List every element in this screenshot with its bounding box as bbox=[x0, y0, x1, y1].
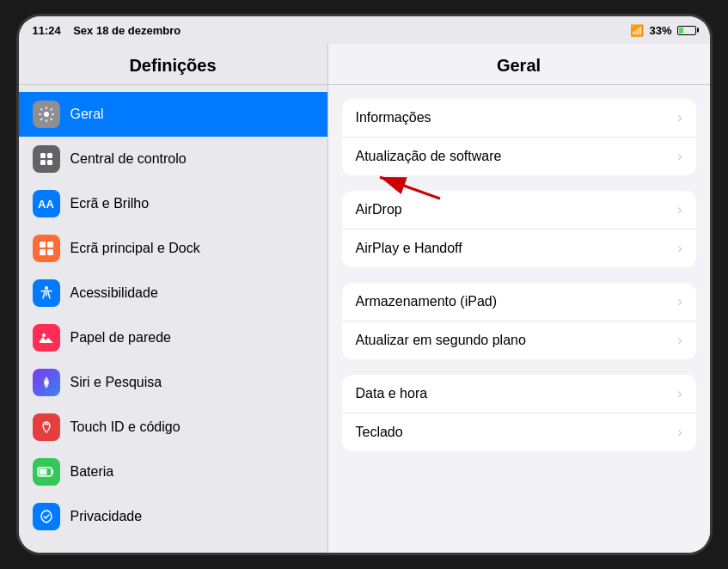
svg-point-0 bbox=[44, 112, 49, 117]
row-airplay[interactable]: AirPlay e Handoff › bbox=[342, 229, 696, 267]
battery-fill bbox=[679, 28, 684, 34]
row-atualizar-plano-label: Atualizar em segundo plano bbox=[356, 333, 526, 348]
svg-rect-8 bbox=[47, 249, 53, 255]
row-airdrop[interactable]: AirDrop › bbox=[342, 191, 696, 229]
svg-rect-6 bbox=[47, 242, 53, 248]
svg-rect-2 bbox=[47, 153, 52, 158]
sidebar-item-label-geral: Geral bbox=[70, 107, 104, 122]
status-bar: 11:24 Sex 18 de dezembro 📶 33% bbox=[19, 16, 710, 44]
sidebar-item-central-controlo[interactable]: Central de controlo bbox=[19, 137, 327, 181]
svg-rect-1 bbox=[40, 153, 46, 158]
row-airdrop-label: AirDrop bbox=[356, 202, 402, 217]
row-data-hora-label: Data e hora bbox=[356, 386, 428, 401]
svg-rect-4 bbox=[47, 160, 52, 165]
main-header: Geral bbox=[328, 44, 710, 85]
sidebar: Definições Geral bbox=[19, 44, 328, 553]
row-atualizar-plano[interactable]: Atualizar em segundo plano › bbox=[342, 321, 696, 359]
settings-group-1: Informações › Atualização de software › bbox=[342, 99, 696, 175]
svg-point-9 bbox=[45, 286, 48, 290]
svg-rect-5 bbox=[40, 242, 46, 248]
content-area: Definições Geral bbox=[19, 44, 710, 553]
main-content: Informações › Atualização de software › … bbox=[328, 85, 710, 553]
row-armazenamento-chevron: › bbox=[677, 294, 682, 309]
row-informacoes-label: Informações bbox=[356, 110, 431, 125]
sidebar-item-bateria[interactable]: Bateria bbox=[19, 450, 327, 494]
battery-percent: 33% bbox=[649, 24, 671, 37]
row-atualizacao-chevron: › bbox=[677, 149, 682, 164]
sidebar-item-ecra-dock[interactable]: Ecrã principal e Dock bbox=[19, 226, 327, 271]
sidebar-item-label-touch-id: Touch ID e código bbox=[70, 419, 180, 435]
svg-rect-13 bbox=[52, 470, 53, 474]
sidebar-item-ecra-brilho[interactable]: AA Ecrã e Brilho bbox=[19, 181, 327, 226]
sidebar-header: Definições bbox=[19, 44, 327, 85]
svg-rect-14 bbox=[39, 469, 46, 475]
row-informacoes-chevron: › bbox=[677, 110, 682, 125]
sidebar-list: Geral Central de controlo bbox=[19, 85, 327, 553]
row-atualizacao-label: Atualização de software bbox=[356, 149, 502, 164]
sidebar-item-label-siri: Siri e Pesquisa bbox=[70, 375, 162, 390]
sidebar-item-label-acessibilidade: Acessibilidade bbox=[70, 285, 158, 301]
row-data-hora-chevron: › bbox=[677, 386, 682, 401]
svg-rect-3 bbox=[40, 160, 46, 165]
sidebar-item-touch-id[interactable]: Touch ID e código bbox=[19, 405, 327, 450]
sidebar-item-label-ecra-dock: Ecrã principal e Dock bbox=[70, 241, 200, 256]
sidebar-item-geral[interactable]: Geral bbox=[19, 92, 327, 137]
main-title: Geral bbox=[342, 56, 696, 76]
battery-icon bbox=[677, 26, 696, 35]
ecra-dock-icon bbox=[33, 235, 60, 262]
bateria-icon bbox=[33, 458, 60, 486]
screen: 11:24 Sex 18 de dezembro 📶 33% Definiçõe… bbox=[19, 16, 710, 553]
touch-id-icon bbox=[33, 413, 60, 441]
main-panel: Geral Informações › Atualização de softw… bbox=[328, 44, 710, 553]
svg-point-10 bbox=[42, 333, 46, 337]
row-airplay-label: AirPlay e Handoff bbox=[356, 241, 462, 256]
svg-rect-7 bbox=[40, 249, 46, 255]
row-atualizar-plano-chevron: › bbox=[677, 333, 682, 348]
row-teclado-label: Teclado bbox=[356, 425, 403, 440]
sidebar-title: Definições bbox=[33, 56, 314, 76]
svg-point-11 bbox=[45, 381, 48, 384]
ipad-device: 11:24 Sex 18 de dezembro 📶 33% Definiçõe… bbox=[16, 14, 713, 555]
row-armazenamento[interactable]: Armazenamento (iPad) › bbox=[342, 283, 696, 321]
row-airdrop-chevron: › bbox=[677, 202, 682, 217]
row-teclado[interactable]: Teclado › bbox=[342, 413, 696, 451]
privacidade-icon bbox=[33, 503, 60, 530]
geral-icon bbox=[33, 101, 60, 128]
status-indicators: 📶 33% bbox=[630, 24, 695, 37]
date: Sex 18 de dezembro bbox=[73, 24, 180, 37]
status-time-date: 11:24 Sex 18 de dezembro bbox=[33, 24, 181, 37]
row-armazenamento-label: Armazenamento (iPad) bbox=[356, 294, 498, 309]
sidebar-item-siri[interactable]: Siri e Pesquisa bbox=[19, 360, 327, 405]
row-informacoes[interactable]: Informações › bbox=[342, 99, 696, 138]
siri-icon bbox=[33, 369, 60, 396]
sidebar-item-privacidade[interactable]: Privacidade bbox=[19, 494, 327, 539]
ecra-brilho-icon: AA bbox=[33, 190, 60, 217]
settings-group-2: AirDrop › AirPlay e Handoff › bbox=[342, 191, 696, 267]
acessibilidade-icon bbox=[33, 279, 60, 307]
time: 11:24 bbox=[33, 24, 61, 37]
sidebar-item-label-ecra-brilho: Ecrã e Brilho bbox=[70, 196, 150, 211]
sidebar-item-papel-parede[interactable]: Papel de parede bbox=[19, 315, 327, 360]
row-airplay-chevron: › bbox=[677, 241, 682, 256]
sidebar-item-label-privacidade: Privacidade bbox=[70, 509, 143, 524]
papel-parede-icon bbox=[33, 324, 60, 352]
row-data-hora[interactable]: Data e hora › bbox=[342, 375, 696, 413]
sidebar-item-label-bateria: Bateria bbox=[70, 464, 114, 480]
sidebar-item-acessibilidade[interactable]: Acessibilidade bbox=[19, 271, 327, 315]
central-controlo-icon bbox=[33, 145, 60, 173]
row-teclado-chevron: › bbox=[677, 425, 682, 440]
row-atualizacao[interactable]: Atualização de software › bbox=[342, 138, 696, 175]
wifi-icon: 📶 bbox=[630, 24, 644, 37]
sidebar-item-label-central: Central de controlo bbox=[70, 151, 187, 167]
settings-group-3: Armazenamento (iPad) › Atualizar em segu… bbox=[342, 283, 696, 359]
sidebar-item-label-papel: Papel de parede bbox=[70, 330, 171, 346]
settings-group-4: Data e hora › Teclado › bbox=[342, 375, 696, 451]
